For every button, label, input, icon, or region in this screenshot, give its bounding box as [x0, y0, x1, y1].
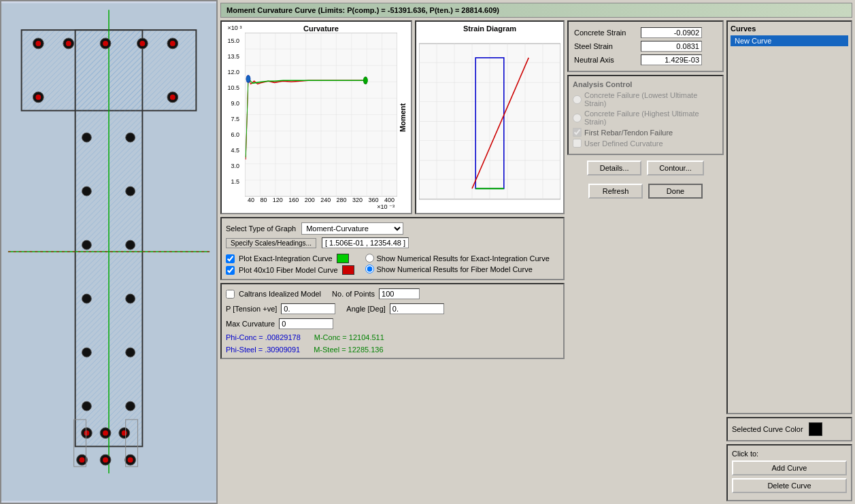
fiber-model-checkbox[interactable]	[226, 266, 235, 275]
y-axis-label: Moment	[397, 24, 408, 210]
main-panel: Moment Curvature Curve (Limits: P(comp.)…	[218, 0, 855, 504]
concrete-failure-low-radio	[573, 95, 582, 104]
max-curvature-input[interactable]	[279, 318, 333, 329]
add-curve-button[interactable]: Add Curve	[732, 460, 847, 475]
specify-scales-button[interactable]: Specify Scales/Headings...	[226, 238, 316, 248]
concrete-strain-input[interactable]	[641, 27, 702, 38]
done-button[interactable]: Done	[648, 184, 703, 199]
graph-type-select[interactable]: Moment-Curvature	[301, 222, 403, 235]
fiber-model-label: Plot 40x10 Fiber Model Curve	[239, 266, 338, 274]
svg-point-20	[82, 133, 92, 142]
cross-section-svg	[1, 1, 216, 503]
svg-text:13.5: 13.5	[227, 53, 239, 60]
curves-title: Curves	[731, 24, 848, 33]
svg-point-22	[82, 186, 92, 196]
scale-value: [ 1.506E-01 , 12354.48 ]	[322, 237, 409, 248]
delete-curve-button[interactable]: Delete Curve	[732, 478, 847, 493]
contour-button[interactable]: Contour...	[647, 161, 704, 175]
neutral-axis-input[interactable]	[641, 54, 702, 65]
window-title: Moment Curvature Curve (Limits: P(comp.)…	[227, 6, 499, 14]
caltrans-label: Caltrans Idealized Model	[239, 290, 321, 298]
y-axis-note: ×10 ³	[224, 24, 245, 31]
analysis-title: Analysis Control	[573, 80, 718, 88]
phi-conc-value: Phi-Conc = .00829178	[226, 333, 301, 341]
svg-point-18	[35, 95, 41, 100]
concrete-failure-high-label: Concrete Failure (Highest Ultimate Strai…	[584, 110, 718, 126]
exact-integration-label: Plot Exact-Integration Curve	[239, 254, 333, 263]
svg-point-35	[84, 431, 89, 436]
phi-steel-value: Phi-Steel = .30909091	[226, 346, 300, 354]
svg-point-31	[126, 401, 135, 411]
svg-point-11	[35, 41, 41, 46]
concrete-failure-low-label: Concrete Failure (Lowest Ultimate Strain…	[584, 91, 718, 107]
new-curve-item[interactable]: New Curve	[731, 35, 848, 46]
svg-point-13	[103, 41, 108, 46]
svg-point-75	[246, 75, 250, 82]
svg-point-14	[139, 41, 145, 46]
max-curvature-label: Max Curvature	[226, 320, 275, 328]
svg-point-29	[126, 348, 135, 357]
exact-integration-color	[337, 254, 349, 263]
cross-section-panel	[0, 0, 218, 504]
svg-point-30	[82, 401, 92, 411]
angle-label: Angle [Deg]	[346, 305, 385, 313]
svg-text:15.0: 15.0	[227, 37, 239, 44]
exact-integration-checkbox[interactable]	[226, 254, 235, 263]
svg-point-15	[170, 41, 175, 46]
first-rebar-label: First Rebar/Tendon Failure	[584, 129, 673, 137]
svg-point-24	[82, 240, 92, 250]
selected-color-label: Selected Curve Color	[732, 425, 803, 433]
no-of-points-input[interactable]	[379, 288, 420, 299]
svg-point-36	[103, 431, 108, 436]
strain-title: Strain Diagram	[419, 24, 560, 33]
curvature-chart-svg	[245, 33, 397, 197]
svg-point-41	[80, 457, 85, 463]
p-tension-label: P [Tension +ve]	[226, 305, 277, 313]
graph-type-label: Select Type of Graph	[226, 224, 296, 233]
svg-point-21	[126, 133, 135, 142]
svg-point-12	[66, 41, 71, 46]
svg-text:6.0: 6.0	[231, 131, 239, 138]
svg-point-42	[103, 457, 108, 463]
svg-point-28	[82, 348, 92, 357]
title-bar: Moment Curvature Curve (Limits: P(comp.)…	[220, 3, 852, 18]
svg-point-27	[126, 294, 135, 303]
user-defined-checkbox	[573, 139, 582, 148]
svg-text:4.5: 4.5	[231, 147, 239, 154]
caltrans-checkbox[interactable]	[226, 290, 235, 299]
first-rebar-checkbox	[573, 128, 582, 137]
user-defined-label: User Defined Curvature	[584, 139, 663, 148]
svg-point-76	[363, 77, 367, 84]
fiber-model-color	[342, 265, 354, 275]
angle-input[interactable]	[390, 303, 444, 314]
svg-point-25	[126, 240, 135, 250]
svg-point-23	[126, 186, 135, 196]
details-button[interactable]: Details...	[587, 161, 641, 175]
svg-text:9.0: 9.0	[231, 100, 239, 107]
svg-point-19	[170, 95, 175, 100]
m-conc-value: M-Conc = 12104.511	[314, 333, 384, 341]
exact-numerical-radio[interactable]	[365, 254, 374, 263]
no-of-points-label: No. of Points	[332, 290, 375, 298]
svg-text:3.0: 3.0	[231, 163, 239, 169]
concrete-strain-label: Concrete Strain	[574, 29, 635, 37]
svg-point-37	[122, 431, 127, 436]
svg-text:12.0: 12.0	[227, 69, 239, 75]
svg-text:7.5: 7.5	[231, 116, 239, 122]
x-axis-note: ×10 ⁻³	[245, 203, 397, 210]
click-to-label: Click to:	[732, 450, 847, 458]
svg-point-43	[128, 457, 133, 463]
svg-text:1.5: 1.5	[231, 178, 239, 185]
refresh-button[interactable]: Refresh	[588, 184, 643, 199]
y-axis-svg: 15.0 13.5 12.0 10.5 9.0 7.5 6.0 4.5 3.0 …	[224, 33, 245, 210]
neutral-axis-label: Neutral Axis	[574, 56, 635, 64]
fiber-numerical-label: Show Numerical Results for Fiber Model C…	[377, 265, 533, 273]
steel-strain-input[interactable]	[641, 41, 702, 52]
fiber-numerical-radio[interactable]	[365, 265, 374, 273]
exact-numerical-label: Show Numerical Results for Exact-Integra…	[377, 254, 550, 263]
m-steel-value: M-Steel = 12285.136	[314, 346, 383, 354]
svg-text:10.5: 10.5	[227, 84, 239, 91]
svg-point-26	[82, 294, 92, 303]
color-swatch[interactable]	[809, 422, 822, 436]
p-tension-input[interactable]	[281, 303, 335, 314]
